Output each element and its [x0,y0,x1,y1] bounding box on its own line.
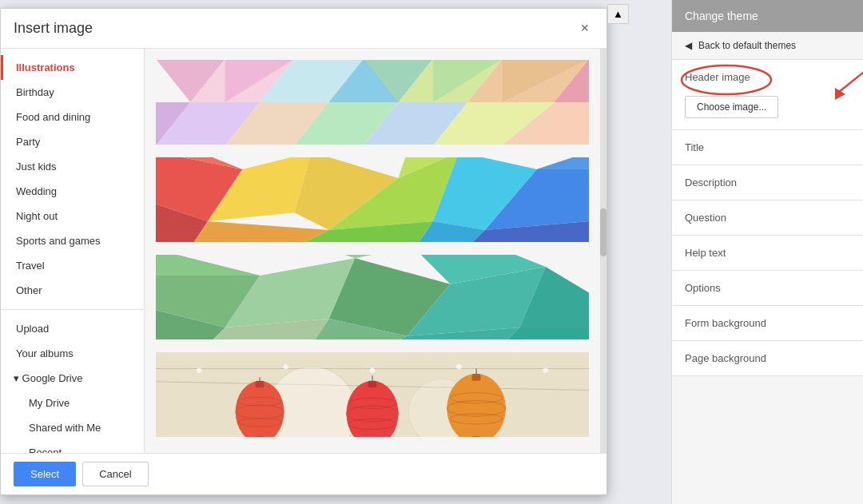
header-image-label: Header image [685,71,850,83]
insert-image-dialog: Insert image × Illustrations Birthday Fo… [0,8,607,495]
image-thumb-1[interactable] [154,58,591,146]
dialog-footer: Select Cancel [1,453,606,494]
svg-rect-56 [256,381,264,388]
sidebar: Illustrations Birthday Food and dining P… [1,49,145,453]
sidebar-item-birthday[interactable]: Birthday [1,80,144,105]
svg-rect-57 [256,436,264,437]
dialog-body: Illustrations Birthday Food and dining P… [1,49,606,453]
svg-rect-71 [472,436,481,437]
sidebar-item-party[interactable]: Party [1,129,144,154]
sidebar-item-food-and-dining[interactable]: Food and dining [1,105,144,129]
back-link-label: Back to default themes [698,40,796,51]
svg-rect-70 [472,374,481,381]
back-arrow-icon: ◀ [685,40,692,51]
change-theme-panel: Change theme ◀ Back to default themes He… [671,0,863,504]
image-thumb-4[interactable] [154,351,591,439]
sidebar-item-wedding[interactable]: Wedding [1,179,144,204]
sidebar-item-your-albums[interactable]: Your albums [1,341,144,366]
image-content-area [145,49,600,453]
chevron-up-icon: ▲ [613,8,623,20]
svg-point-51 [456,364,462,370]
sidebar-divider-1 [1,309,144,310]
choose-image-button[interactable]: Choose image... [685,96,778,118]
sidebar-item-shared-with-me[interactable]: Shared with Me [7,415,144,440]
svg-marker-78 [835,88,845,100]
svg-marker-44 [329,255,399,258]
sidebar-item-my-drive[interactable]: My Drive [7,391,144,415]
right-panel-header: Change theme [672,0,863,32]
sidebar-item-sports-and-games[interactable]: Sports and games [1,228,144,253]
image-thumb-3[interactable] [154,253,591,341]
svg-point-48 [197,367,202,373]
theme-item-form-background[interactable]: Form background [672,306,863,341]
theme-section: Title Description Question Help text Opt… [672,130,863,376]
dialog-header: Insert image × [1,9,606,49]
scrollbar-track[interactable] [600,49,606,453]
theme-item-page-background[interactable]: Page background [672,341,863,376]
theme-item-description[interactable]: Description [672,165,863,200]
google-drive-subsection: My Drive Shared with Me Recent [1,391,144,453]
theme-item-title[interactable]: Title [672,130,863,165]
svg-point-52 [543,367,549,373]
sidebar-item-illustrations[interactable]: Illustrations [1,55,144,80]
svg-point-49 [283,364,288,370]
svg-marker-31 [537,157,589,169]
sidebar-item-other[interactable]: Other [1,278,144,303]
dialog-title: Insert image [14,20,93,37]
page-wrapper: Insert image × Illustrations Birthday Fo… [0,0,863,504]
theme-item-options[interactable]: Options [672,271,863,306]
sidebar-item-upload[interactable]: Upload [1,316,144,341]
annotation-arrow [815,56,863,112]
back-to-default-themes[interactable]: ◀ Back to default themes [672,32,863,60]
svg-marker-42 [156,255,260,276]
header-image-section: Header image Choose image... [672,60,863,130]
sidebar-item-night-out[interactable]: Night out [1,204,144,228]
cancel-button[interactable]: Cancel [82,462,148,486]
svg-rect-63 [368,381,377,388]
theme-item-question[interactable]: Question [672,200,863,236]
select-button[interactable]: Select [14,462,76,486]
sidebar-google-drive[interactable]: ▾ Google Drive [1,366,144,391]
sidebar-item-recent[interactable]: Recent [7,440,144,453]
sidebar-item-just-kids[interactable]: Just kids [1,154,144,179]
theme-item-help-text[interactable]: Help text [672,236,863,271]
dialog-close-button[interactable]: × [575,18,594,38]
collapse-panel-button[interactable]: ▲ [607,4,629,24]
svg-marker-25 [190,221,328,242]
sidebar-item-travel[interactable]: Travel [1,253,144,278]
svg-point-50 [370,367,376,373]
image-thumb-2[interactable] [154,156,591,244]
right-panel-title: Change theme [685,10,758,22]
